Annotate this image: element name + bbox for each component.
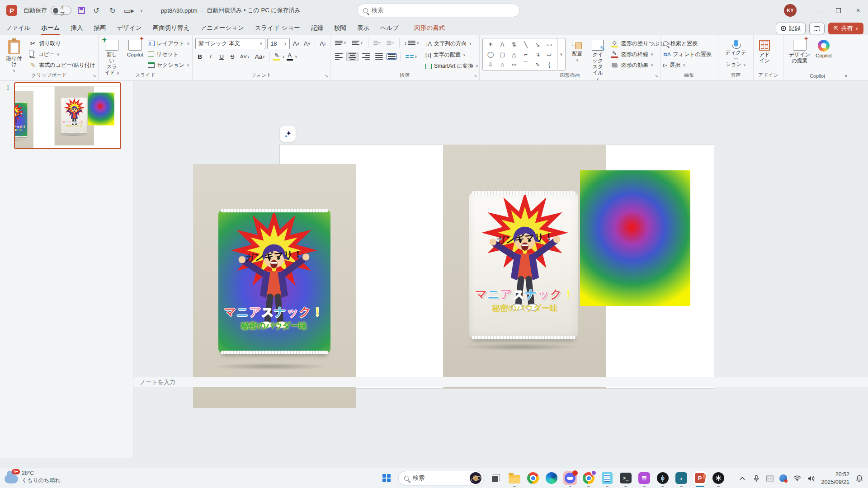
- left-mockup-photo[interactable]: ガンギマリ！ マニアスナック！ 秘密のパウダー味: [193, 164, 356, 408]
- grow-font-button[interactable]: A∧: [292, 39, 301, 49]
- rainbow-snack-bag[interactable]: ガンギマリ！ マニアスナック！ 秘密のパウダー味: [218, 210, 330, 353]
- designer-button[interactable]: デザインの提案: [786, 38, 813, 66]
- shape-tool-10[interactable]: ↴: [532, 49, 543, 59]
- maximize-button[interactable]: [828, 0, 848, 21]
- text-direction-button[interactable]: ↓A文字列の方向∨: [425, 38, 478, 49]
- align-text-button[interactable]: [↕]文字の配置∨: [425, 49, 478, 61]
- tab-help[interactable]: ヘルプ: [375, 21, 404, 35]
- align-center-button[interactable]: [346, 52, 359, 61]
- section-button[interactable]: セクション∨: [148, 60, 189, 70]
- shape-tool-0[interactable]: ✶: [485, 39, 496, 49]
- close-button[interactable]: ×: [848, 0, 868, 21]
- align-right-button[interactable]: [360, 52, 372, 61]
- find-replace-button[interactable]: 検索と置換: [663, 38, 715, 49]
- font-size-combo[interactable]: 18∨: [267, 38, 290, 49]
- font-dialog-launcher[interactable]: ⇘: [325, 74, 328, 78]
- autosave-control[interactable]: 自動保存 オフ: [24, 6, 71, 15]
- tray-app-icon[interactable]: [766, 475, 774, 482]
- tab-draw[interactable]: 描画: [88, 21, 111, 35]
- italic-button[interactable]: I: [206, 52, 215, 61]
- taskbar-search[interactable]: 検索: [398, 471, 484, 485]
- terminal-button[interactable]: >_: [619, 471, 632, 485]
- editing-canvas[interactable]: ガンギマリ！ マニアスナック！ 秘密のパウダー味: [133, 81, 868, 458]
- rainbow-gradient-shape[interactable]: [88, 93, 114, 126]
- justify-button[interactable]: [373, 52, 385, 61]
- shape-tool-5[interactable]: ▭: [543, 39, 555, 49]
- font-color-dropdown-icon[interactable]: ∨: [295, 55, 297, 59]
- shape-tool-6[interactable]: ◯: [485, 49, 496, 59]
- shrink-font-button[interactable]: A∨: [302, 39, 311, 49]
- discord-button[interactable]: [563, 471, 577, 485]
- shape-gallery-more-button[interactable]: ∨: [557, 38, 566, 70]
- autosave-toggle[interactable]: オフ: [51, 6, 71, 15]
- teal-app-button[interactable]: ‹: [675, 471, 688, 485]
- start-button[interactable]: [380, 471, 393, 485]
- start-slideshow-icon[interactable]: ▭▸: [124, 6, 134, 15]
- tab-file[interactable]: ファイル: [0, 21, 36, 35]
- drawing-dialog-launcher[interactable]: ⇘: [655, 74, 658, 78]
- shape-tool-8[interactable]: △: [508, 49, 520, 59]
- arrange-button[interactable]: 配置 ∨: [569, 38, 585, 64]
- hidden-icons-chevron[interactable]: [738, 474, 746, 483]
- blue-sphere-tray-icon[interactable]: [779, 474, 787, 482]
- wifi-icon[interactable]: [793, 474, 801, 483]
- tab-review[interactable]: 校閲: [329, 21, 352, 35]
- tab-view[interactable]: 表示: [352, 21, 375, 35]
- shape-tool-13[interactable]: ⌂: [496, 59, 508, 69]
- titlebar-search[interactable]: 検索: [357, 4, 520, 17]
- shape-tool-11[interactable]: ⇨: [543, 49, 555, 59]
- character-spacing-button[interactable]: AV∨: [239, 52, 252, 61]
- minimize-button[interactable]: —: [808, 0, 828, 21]
- chrome-profile-button[interactable]: [582, 471, 595, 485]
- save-icon[interactable]: [78, 7, 85, 14]
- shape-tool-9[interactable]: ⌐: [520, 49, 532, 59]
- notification-bell-icon[interactable]: z: [855, 474, 863, 483]
- clipboard-dialog-launcher[interactable]: ⇘: [93, 74, 96, 78]
- tab-shape-format[interactable]: 図形の書式: [409, 21, 450, 35]
- change-case-button[interactable]: Aa∨: [254, 52, 266, 61]
- designer-suggestion-button[interactable]: [280, 126, 296, 142]
- numbering-button[interactable]: ∨: [350, 40, 365, 46]
- distribute-text-button[interactable]: [387, 53, 397, 60]
- shape-tool-16[interactable]: ∿: [532, 59, 543, 69]
- slide-thumbnail-1[interactable]: ガンギマリ！ マニアスナック！ 秘密のパウダー味: [14, 82, 121, 149]
- shape-tool-4[interactable]: ↘: [532, 39, 543, 49]
- columns-button[interactable]: ∨: [404, 54, 419, 60]
- file-explorer-button[interactable]: [508, 471, 521, 485]
- powerpoint-app-icon[interactable]: P: [6, 5, 17, 16]
- tab-animations[interactable]: アニメーション: [195, 21, 249, 35]
- addins-button[interactable]: アドイン: [756, 38, 773, 66]
- shape-tool-2[interactable]: ⇅: [508, 39, 520, 49]
- rainbow-gradient-shape[interactable]: [580, 170, 690, 306]
- redo-icon[interactable]: ↻: [108, 6, 118, 15]
- strikethrough-button[interactable]: S: [228, 52, 237, 61]
- microphone-tray-icon[interactable]: [752, 474, 760, 483]
- stack-app-button[interactable]: ≣: [637, 471, 651, 485]
- reset-button[interactable]: リセット: [148, 49, 189, 60]
- tab-record[interactable]: 記録: [306, 21, 329, 35]
- decrease-indent-button[interactable]: [372, 40, 383, 46]
- record-button[interactable]: 記録: [776, 23, 806, 34]
- format-painter-button[interactable]: ✎書式のコピー/貼り付け: [29, 60, 95, 70]
- shape-tool-17[interactable]: {: [543, 59, 555, 69]
- comments-button[interactable]: [809, 23, 825, 34]
- clear-formatting-button[interactable]: A◊: [318, 39, 327, 49]
- shape-tool-14[interactable]: ∾: [508, 59, 520, 69]
- white-snack-bag[interactable]: ガンギマリ！ マニアスナック！ 秘密のパウダー味: [469, 192, 578, 338]
- powerpoint-taskbar-button[interactable]: P: [693, 471, 707, 485]
- left-mockup-photo[interactable]: ガンギマリ！ マニアスナック！ 秘密のパウダー味: [14, 91, 33, 149]
- tab-insert[interactable]: 挿入: [65, 21, 88, 35]
- speaker-icon[interactable]: [807, 474, 815, 483]
- shape-tool-12[interactable]: ⇩: [485, 59, 496, 69]
- shape-tool-15[interactable]: ⌒: [520, 59, 532, 69]
- chatgpt-button[interactable]: [712, 471, 725, 485]
- align-left-button[interactable]: [333, 52, 344, 61]
- replace-fonts-button[interactable]: ⇆Aフォントの置換: [663, 49, 715, 60]
- copy-button[interactable]: コピー∨: [29, 49, 95, 60]
- paragraph-dialog-launcher[interactable]: ⇘: [474, 74, 477, 78]
- shape-tool-7[interactable]: ▢: [496, 49, 508, 59]
- account-avatar[interactable]: KY: [784, 4, 797, 17]
- notepad-button[interactable]: [600, 471, 614, 485]
- font-name-combo[interactable]: 游ゴシック 本文∨: [195, 38, 265, 49]
- smartart-button[interactable]: SmartArt に変換∨: [425, 61, 478, 72]
